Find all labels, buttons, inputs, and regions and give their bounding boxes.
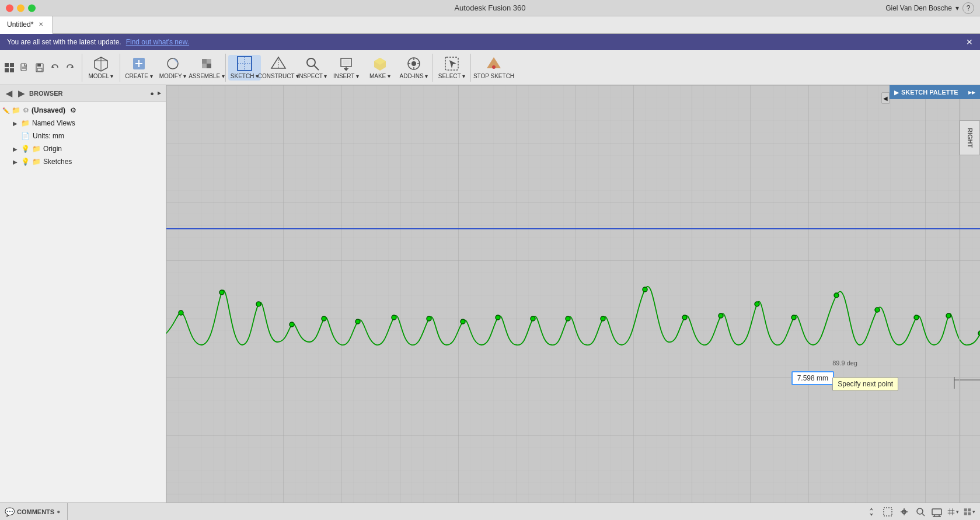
tree-origin-folder-icon: 📁	[32, 145, 41, 153]
distance-value: 7.598 mm	[797, 374, 828, 382]
tree-units-label: Units: mm	[33, 132, 166, 140]
svg-rect-17	[202, 59, 207, 64]
svg-rect-9	[37, 68, 42, 71]
comments-section[interactable]: 💬 COMMENTS ●	[5, 503, 68, 520]
view-cube-right[interactable]: RIGHT	[960, 120, 980, 155]
tree-sketches-expand-arrow: ▶	[12, 158, 19, 165]
active-tab[interactable]: Untitled* ✕	[0, 16, 53, 34]
new-file-button[interactable]	[18, 61, 32, 75]
pan-tool-icon[interactable]	[898, 506, 910, 518]
tree-root-icon1: ✏️	[2, 107, 9, 114]
browser-back-button[interactable]: ◀	[5, 88, 13, 99]
save-button[interactable]	[33, 61, 47, 75]
svg-rect-86	[964, 512, 967, 515]
tree-root[interactable]: ✏️ 📁 ⚙ (Unsaved) ⚙	[0, 104, 166, 117]
redo-button[interactable]	[63, 61, 77, 75]
horizontal-reference-line	[166, 228, 980, 229]
modify-icon	[165, 55, 181, 72]
tree-units[interactable]: 📄 Units: mm	[0, 130, 166, 142]
tree-sketches-folder-icon: 📁	[32, 158, 41, 166]
display-settings-icon[interactable]	[931, 506, 943, 518]
view-label: RIGHT	[967, 128, 974, 148]
svg-line-75	[922, 514, 925, 516]
triangle-icon: ▶	[894, 89, 899, 96]
comments-label: COMMENTS	[17, 508, 54, 515]
assemble-icon	[198, 55, 215, 72]
sketch-palette-header[interactable]: ▶ SKETCH PALETTE ▸▸	[890, 85, 980, 99]
tree-named-views[interactable]: ▶ 📁 Named Views	[0, 117, 166, 130]
svg-rect-72	[884, 508, 892, 516]
tooltip-text: Specify next point	[838, 380, 893, 388]
move-tool-icon[interactable]	[866, 506, 877, 518]
sidebar: ◀ ▶ BROWSER ● ▸ ✏️ 📁 ⚙ (Unsaved) ⚙ ▶ 📁 N…	[0, 85, 166, 502]
tree-origin-expand-arrow: ▶	[12, 145, 19, 152]
user-dropdown-icon[interactable]: ▾	[955, 4, 959, 12]
comments-expand-icon: ●	[57, 508, 60, 515]
toolbar-model-button[interactable]: MODEL ▾	[85, 55, 117, 81]
toolbar-select-button[interactable]: SELECT ▾	[435, 55, 468, 81]
browser-expand-button[interactable]: ●	[150, 90, 154, 97]
toolbar-assemble-button[interactable]: ASSEMBLE ▾	[190, 55, 223, 81]
statusbar: 💬 COMMENTS ● ▾ ▾	[0, 502, 980, 520]
svg-rect-19	[202, 64, 207, 68]
grid-settings-icon[interactable]: ▾	[947, 506, 959, 518]
distance-input[interactable]: 7.598 mm	[791, 371, 834, 385]
svg-point-74	[917, 508, 923, 514]
close-window-button[interactable]	[6, 4, 13, 12]
svg-point-40	[492, 65, 496, 69]
toolbar-modify-button[interactable]: MODIFY ▾	[156, 55, 189, 81]
more-options-icon[interactable]: ▾	[964, 506, 975, 518]
toolbar-make-button[interactable]: MAKE ▾	[364, 55, 396, 81]
browser-options-button[interactable]: ▸	[158, 89, 161, 97]
select-icon	[444, 55, 460, 72]
tree-origin[interactable]: ▶ 💡 📁 Origin	[0, 142, 166, 155]
sketch-palette-expand-icon[interactable]: ▸▸	[968, 89, 975, 96]
svg-rect-3	[10, 68, 14, 72]
tree-units-icon: 📄	[21, 132, 30, 140]
inspect-icon	[304, 55, 320, 72]
infobar-close-button[interactable]: ✕	[966, 37, 973, 47]
grid-button[interactable]	[2, 61, 16, 75]
construct-icon	[270, 55, 287, 72]
tree-origin-light-icon: 💡	[21, 145, 30, 153]
tree-root-label: (Unsaved)	[32, 106, 65, 114]
tree-folder-icon: 📁	[21, 119, 30, 127]
maximize-window-button[interactable]	[28, 4, 36, 12]
comments-icon: 💬	[5, 507, 15, 516]
viewport-grid	[166, 85, 980, 502]
toolbar-inspect-button[interactable]: INSPECT ▾	[296, 55, 329, 81]
svg-line-27	[314, 65, 319, 70]
svg-rect-8	[37, 64, 41, 67]
sketch-palette-collapse-button[interactable]: ◀	[881, 92, 890, 104]
browser-forward-button[interactable]: ▶	[17, 88, 26, 99]
minimize-window-button[interactable]	[17, 4, 25, 12]
browser-tree: ✏️ 📁 ⚙ (Unsaved) ⚙ ▶ 📁 Named Views 📄 Uni…	[0, 102, 166, 502]
help-icon[interactable]: ?	[962, 2, 974, 14]
toolbar-model-label: MODEL ▾	[89, 73, 114, 79]
toolbar-sketch-button[interactable]: SKETCH ▾	[228, 55, 261, 81]
tree-sketches-label: Sketches	[43, 158, 166, 166]
make-icon	[372, 55, 388, 72]
infobar-link[interactable]: Find out what's new.	[126, 38, 189, 46]
zoom-tool-icon[interactable]	[915, 506, 926, 518]
toolbar-construct-button[interactable]: CONSTRUCT ▾	[262, 55, 295, 81]
svg-rect-85	[968, 508, 971, 511]
select-box-icon[interactable]	[882, 506, 894, 518]
svg-rect-29	[343, 60, 350, 65]
svg-rect-1	[10, 63, 14, 67]
insert-icon	[338, 55, 354, 72]
undo-button[interactable]	[48, 61, 62, 75]
next-point-tooltip: Specify next point	[832, 377, 898, 391]
svg-rect-18	[207, 59, 211, 64]
tree-root-icon3: ⚙	[23, 106, 29, 114]
tab-close-button[interactable]: ✕	[37, 20, 45, 29]
tree-sketches-light-icon: 💡	[21, 158, 30, 166]
stopsketch-icon	[486, 55, 502, 72]
toolbar-insert-button[interactable]: INSERT ▾	[330, 55, 362, 81]
toolbar-create-button[interactable]: CREATE ▾	[123, 55, 155, 81]
tree-origin-label: Origin	[43, 145, 166, 153]
tree-root-settings-icon[interactable]: ⚙	[70, 106, 76, 114]
toolbar-addins-button[interactable]: ADD-INS ▾	[397, 55, 430, 81]
tree-sketches[interactable]: ▶ 💡 📁 Sketches	[0, 155, 166, 168]
toolbar-stopsketch-button[interactable]: STOP SKETCH	[473, 55, 514, 81]
